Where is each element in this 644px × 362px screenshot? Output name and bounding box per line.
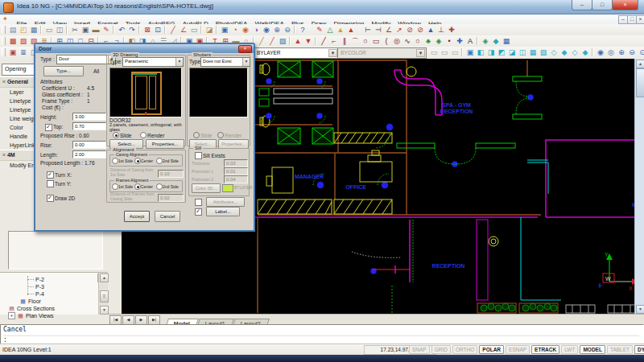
collapse-icon[interactable]: « <box>2 79 6 84</box>
orbit-3-icon[interactable]: ◇ <box>570 47 580 57</box>
window-minimize-button[interactable]: – <box>572 0 592 10</box>
turn-y-checkbox[interactable] <box>47 180 54 187</box>
markup-pencil-icon[interactable]: ✎ <box>315 25 324 35</box>
zoom-realtime-icon[interactable]: ◉ <box>596 47 605 57</box>
point-icon[interactable]: • <box>444 36 454 46</box>
orbit-1-icon[interactable]: ◇ <box>549 47 559 57</box>
dim-angular-icon[interactable]: ∠ <box>384 25 394 35</box>
view-iso-3-icon[interactable]: ◩ <box>497 47 506 57</box>
tree-plant-icon[interactable]: ♣ <box>423 36 433 46</box>
ellipse-icon[interactable]: ○ <box>413 36 423 46</box>
tree-item-p-3[interactable]: P-3 <box>0 283 97 290</box>
mod-green-icon[interactable]: ◈ <box>481 36 490 46</box>
save-icon[interactable]: ▦ <box>29 25 39 35</box>
status-toggle-tablet[interactable]: TABLET <box>607 345 633 354</box>
command-prompt[interactable]: : <box>3 335 639 343</box>
mod-blue-icon[interactable]: ▦ <box>502 36 511 46</box>
dialog-title[interactable]: Door <box>35 44 254 53</box>
window-close-button[interactable]: × <box>612 0 638 10</box>
scroll-up-icon[interactable]: ▲ <box>636 60 644 68</box>
height-field[interactable]: 3.00 <box>72 113 106 121</box>
block-green-icon[interactable]: ◈ <box>434 36 444 46</box>
dim-vert-icon[interactable]: ⊥ <box>436 25 446 35</box>
view-iso-5-icon[interactable]: ◫ <box>518 47 527 57</box>
render-radio[interactable] <box>140 132 147 138</box>
redo-icon[interactable]: ↷ <box>127 25 137 35</box>
turn-x-checkbox[interactable] <box>47 171 54 179</box>
zoom-extents-icon[interactable]: ⊙ <box>638 47 644 57</box>
chevron-down-icon[interactable]: ▼ <box>242 58 250 66</box>
dim-off1-icon[interactable]: ⊘ <box>405 25 415 35</box>
screen-icon[interactable]: ▣ <box>220 25 229 35</box>
zoom-window-icon[interactable]: ◉ <box>262 25 271 35</box>
toolbar-grip[interactable] <box>2 26 6 34</box>
status-toggle-snap[interactable]: SNAP <box>409 345 430 354</box>
eraser-icon[interactable]: ◪ <box>204 25 214 35</box>
tree-item-floor[interactable]: ▦ Floor <box>0 298 97 305</box>
orbit-2-icon[interactable]: ◆ <box>559 47 569 57</box>
undo-icon[interactable]: ↶ <box>117 25 126 35</box>
window-maximize-button[interactable]: □ <box>592 0 613 10</box>
camera-icon[interactable]: ◑ <box>251 25 261 35</box>
ruler-icon[interactable]: ▭ <box>189 25 199 35</box>
arc-3pt-icon[interactable]: ( <box>382 36 391 46</box>
wall-icon[interactable]: ▩ <box>8 36 18 46</box>
view-top-icon[interactable]: ▣ <box>465 47 475 57</box>
paste-icon[interactable]: ▬ <box>91 25 101 35</box>
scrollbar-thumb[interactable] <box>636 68 644 97</box>
render-red-icon[interactable]: ◔ <box>230 25 240 35</box>
tree-expander-icon[interactable]: + <box>8 312 15 319</box>
markup-check-icon[interactable]: △ <box>325 25 335 35</box>
attributes-checkbox[interactable] <box>195 199 202 206</box>
match-3-icon[interactable]: ▭ <box>450 47 460 57</box>
rectangle-icon[interactable]: ▭ <box>371 36 381 46</box>
palette-icon[interactable]: ◉ <box>241 25 250 35</box>
frames-center-radio[interactable] <box>134 183 141 190</box>
status-toggle-etrack[interactable]: ETRACK <box>531 345 559 354</box>
tri-up-icon[interactable]: ▲ <box>293 36 303 46</box>
pencil-red-icon[interactable]: ╱ <box>168 25 178 35</box>
circle-icon[interactable]: ◎ <box>392 36 402 46</box>
markup-warning-icon[interactable]: ▲ <box>336 25 345 35</box>
accept-button[interactable]: Accept <box>124 211 150 222</box>
dim-aligned-icon[interactable]: ⊣ <box>374 25 383 35</box>
sill-exists-checkbox[interactable] <box>195 152 202 159</box>
spline-icon[interactable]: ∿ <box>402 36 412 46</box>
rise-field[interactable]: 0.00 <box>72 141 106 149</box>
view-iso-6-icon[interactable]: ▦ <box>528 47 538 57</box>
shutters-type-select[interactable]: Does not Exist ▼ <box>200 57 250 67</box>
dim-off2-icon[interactable]: ⊘ <box>415 25 425 35</box>
cut-icon[interactable]: ✂ <box>70 25 80 35</box>
tree-item-p-2[interactable]: P-2 <box>0 276 97 283</box>
zoom-in-icon[interactable]: ⊕ <box>272 25 282 35</box>
top-field[interactable]: 0.70 <box>72 122 106 130</box>
tree-item-cross-sections[interactable]: ▤ Cross Sections <box>0 305 97 312</box>
zoom-previous-icon[interactable]: ◎ <box>606 47 616 57</box>
match-2-icon[interactable]: ▭ <box>440 47 449 57</box>
collapse-icon[interactable]: « <box>2 152 6 158</box>
status-toggle-esnap[interactable]: ESNAP <box>506 345 530 354</box>
tree-item-p-4[interactable]: P-4 <box>0 290 97 298</box>
match-1-icon[interactable]: ▭ <box>429 47 439 57</box>
view-iso-2-icon[interactable]: ◨ <box>486 47 496 57</box>
pencil-angle-icon[interactable]: ∠ <box>179 25 188 35</box>
status-toggle-ortho[interactable]: ORTHO <box>452 345 477 354</box>
mdi-close-icon[interactable]: × <box>636 15 644 24</box>
scroll-down-icon[interactable]: ▼ <box>636 305 644 314</box>
opening-icon[interactable]: ▨ <box>19 36 28 46</box>
dim-linear-icon[interactable]: ⊢ <box>363 25 373 35</box>
view-iso-7-icon[interactable]: ▧ <box>539 47 548 57</box>
print-preview-icon[interactable]: ◫ <box>55 25 64 35</box>
tree-scrollbar[interactable]: ▲ ≡ ▼ <box>98 273 108 315</box>
status-toggle-dyn[interactable]: DYN <box>634 345 644 354</box>
status-toggle-grid[interactable]: GRID <box>431 345 451 354</box>
frames-1st-radio[interactable] <box>112 183 118 190</box>
draw-2d-checkbox[interactable] <box>47 195 54 202</box>
pencil-1-icon[interactable]: ╱ <box>257 36 266 46</box>
help-icon[interactable]: ? <box>298 25 308 35</box>
casing-1st-radio[interactable] <box>112 158 118 164</box>
polyline-icon[interactable]: ⌐ <box>329 36 339 46</box>
zoom-window-2-icon[interactable]: ⊕ <box>617 47 626 57</box>
format-painter-icon[interactable]: ✎ <box>101 25 111 35</box>
tree-item-plan-views[interactable]: +▦ Plan Views <box>0 312 97 319</box>
